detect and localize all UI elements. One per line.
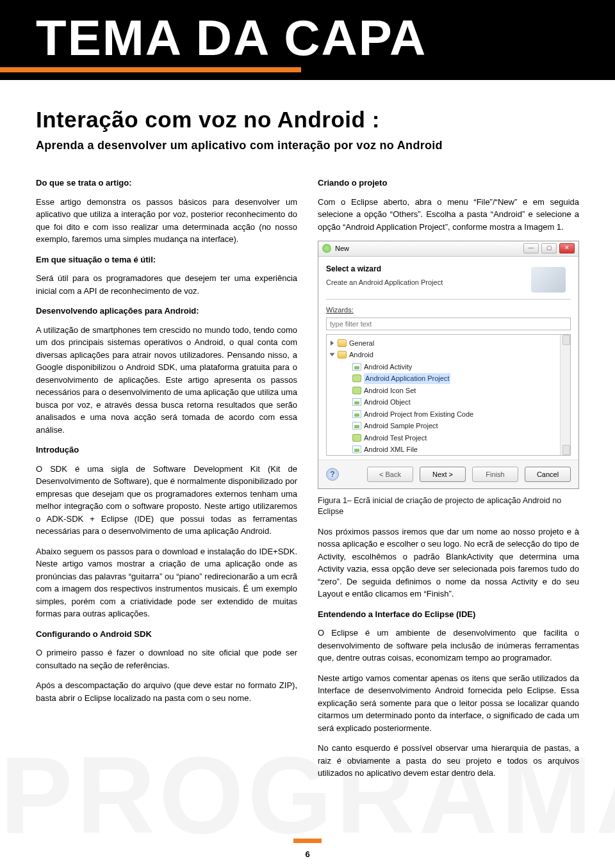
tree-item-label: Android Test Project bbox=[364, 433, 427, 444]
heading-creating-project: Criando o projeto bbox=[318, 177, 579, 189]
column-right: Criando o projeto Com o Eclipse aberto, … bbox=[318, 177, 579, 787]
heading-developing: Desenvolvendo aplicações para Android: bbox=[36, 305, 297, 317]
footer-accent bbox=[293, 839, 322, 843]
help-icon[interactable]: ? bbox=[326, 468, 339, 481]
para: No canto esquerdo é possível observar um… bbox=[318, 742, 579, 780]
tree-item[interactable]: Android Activity bbox=[352, 361, 473, 373]
maximize-button[interactable]: ▢ bbox=[541, 243, 557, 253]
column-left: Do que se trata o artigo: Esse artigo de… bbox=[36, 177, 297, 787]
android-file-icon bbox=[352, 434, 361, 442]
next-button[interactable]: Next > bbox=[420, 467, 466, 482]
android-file-icon bbox=[352, 363, 361, 371]
close-button[interactable]: ✕ bbox=[559, 243, 575, 253]
heading-eclipse-interface: Entendendo a Interface do Eclipse (IDE) bbox=[318, 608, 579, 621]
para: Abaixo seguem os passos para o download … bbox=[36, 545, 297, 620]
android-file-icon bbox=[352, 387, 361, 394]
para: O SDK é uma sigla de Software Developmen… bbox=[36, 463, 297, 538]
page-content: Interação com voz no Android : Aprenda a… bbox=[0, 80, 615, 787]
article-subtitle: Aprenda a desenvolver um aplicativo com … bbox=[36, 139, 443, 152]
tree-item-label: Android Application Project bbox=[364, 373, 450, 384]
android-file-icon bbox=[352, 422, 361, 430]
tree-item-label: Android Object bbox=[364, 397, 411, 408]
tree-item-label: Android Project from Existing Code bbox=[364, 409, 473, 420]
article-title: Interação com voz no Android : bbox=[36, 107, 380, 133]
wizards-label: Wizards: bbox=[326, 305, 571, 316]
tree-item-label: Android Icon Set bbox=[364, 385, 416, 396]
heading-intro: Introdução bbox=[36, 444, 297, 456]
para: O primeiro passo é fazer o download no s… bbox=[36, 647, 297, 671]
tree-item[interactable]: Android Object bbox=[352, 396, 473, 408]
android-file-icon bbox=[352, 398, 361, 406]
android-file-icon bbox=[352, 446, 361, 453]
figure-new-wizard-dialog: New — ▢ ✕ Select a wizard Create an Andr… bbox=[318, 241, 579, 489]
scrollbar[interactable] bbox=[560, 335, 570, 455]
wizard-banner-icon bbox=[531, 267, 566, 293]
chevron-right-icon bbox=[331, 341, 334, 346]
tree-item[interactable]: Android Icon Set bbox=[352, 385, 473, 397]
para: Neste artigo vamos comentar apenas os it… bbox=[318, 672, 579, 735]
wizard-tree[interactable]: General Android Android ActivityAndroid … bbox=[326, 334, 571, 456]
android-file-icon bbox=[352, 410, 361, 418]
window-icon bbox=[322, 244, 331, 253]
tree-item[interactable]: Android XML File bbox=[352, 444, 473, 456]
para: Será útil para os programadores que dese… bbox=[36, 272, 297, 297]
figure-caption: Figura 1– Ecrã inicial de criação de pro… bbox=[318, 495, 579, 518]
para: Com o Eclipse aberto, abra o menu “File”… bbox=[318, 196, 579, 234]
cancel-button[interactable]: Cancel bbox=[525, 467, 571, 482]
section-header-bar: TEMA DA CAPA bbox=[0, 0, 615, 80]
tree-item-label: Android Sample Project bbox=[364, 421, 438, 431]
accent-bar bbox=[0, 67, 301, 72]
page-number: 6 bbox=[305, 849, 309, 859]
tree-node-android[interactable]: Android bbox=[331, 349, 568, 361]
folder-icon bbox=[338, 339, 347, 347]
folder-icon bbox=[338, 351, 347, 358]
para: Nos próximos passos iremos que dar um no… bbox=[318, 526, 579, 600]
dialog-titlebar: New — ▢ ✕ bbox=[318, 241, 578, 257]
article-title-line: Interação com voz no Android : Aprenda a… bbox=[36, 107, 579, 152]
window-title: New bbox=[335, 243, 349, 254]
finish-button[interactable]: Finish bbox=[472, 467, 518, 482]
dialog-button-bar: ? < Back Next > Finish Cancel bbox=[318, 460, 578, 488]
heading-usefulness: Em que situação o tema é útil: bbox=[36, 253, 297, 266]
minimize-button[interactable]: — bbox=[523, 243, 539, 253]
chevron-down-icon bbox=[330, 353, 335, 357]
tree-item-label: Android Activity bbox=[364, 362, 412, 373]
tree-node-general[interactable]: General bbox=[331, 337, 568, 350]
heading-configuring: Configurando o Android SDK bbox=[36, 628, 297, 641]
page-footer: 6 bbox=[0, 839, 615, 859]
back-button[interactable]: < Back bbox=[367, 467, 413, 482]
para: Após a descompactação do arquivo (que de… bbox=[36, 679, 297, 704]
filter-input[interactable] bbox=[326, 317, 571, 330]
tree-item[interactable]: Android Test Project bbox=[352, 432, 473, 444]
tree-item[interactable]: Android Project from Existing Code bbox=[352, 408, 473, 421]
tree-item-label: Android XML File bbox=[364, 444, 418, 455]
heading-about: Do que se trata o artigo: bbox=[36, 177, 297, 189]
para: A utilização de smartphones tem crescido… bbox=[36, 324, 297, 437]
section-title: TEMA DA CAPA bbox=[0, 0, 615, 67]
tree-item[interactable]: Android Sample Project bbox=[352, 420, 473, 432]
android-file-icon bbox=[352, 374, 361, 382]
para: O Eclipse é um ambiente de desenvolvimen… bbox=[318, 627, 579, 664]
tree-item[interactable]: Android Application Project bbox=[352, 373, 473, 385]
para: Esse artigo demonstra os passos básicos … bbox=[36, 196, 297, 246]
